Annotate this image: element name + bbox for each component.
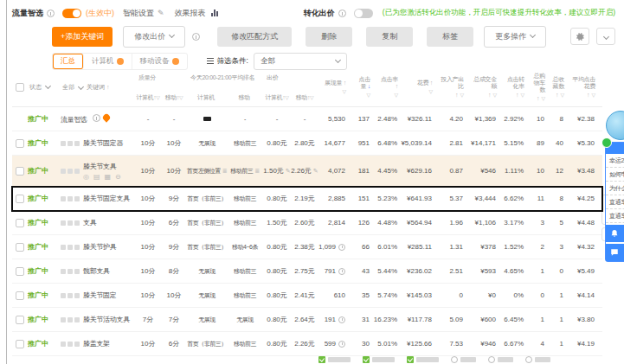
bid-mobile-cell[interactable]: 2.41元✎	[291, 284, 318, 307]
bid-pc-cell[interactable]: 0.80元✎	[263, 187, 291, 210]
pencil-icon[interactable]: ✎	[158, 9, 164, 17]
report-link[interactable]: 效果报表	[175, 8, 206, 19]
view-icon[interactable]: ◎	[83, 174, 89, 181]
subcol-rank-pc[interactable]: 计算机	[187, 93, 225, 102]
faq-item[interactable]: 直通车 广	[606, 195, 624, 209]
sort-up-icon[interactable]: ↑	[106, 84, 110, 90]
impressions-info-icon[interactable]	[338, 244, 345, 251]
column-cpc[interactable]: 平均点击花费↑ ▽	[571, 67, 602, 106]
bid-mobile-cell[interactable]: 2.80元✎	[291, 131, 318, 155]
subcol-bid-mobile[interactable]: 移动↑▽	[291, 93, 318, 102]
bid-pc-cell[interactable]: 1.50元✎	[263, 211, 291, 234]
row-checkbox[interactable]	[16, 167, 24, 176]
keyword-label[interactable]: 膝关节固定	[83, 291, 117, 299]
bid-mobile-cell[interactable]: 2.64元✎	[291, 308, 318, 331]
chart-icon[interactable]: ▦	[105, 174, 112, 181]
collapse-button[interactable]	[596, 28, 615, 45]
faq-item[interactable]: 直通车 广计划?	[606, 209, 624, 223]
bid-pc-cell[interactable]: -✎	[263, 107, 291, 131]
notification-button[interactable]	[606, 225, 624, 242]
tag-button[interactable]: 标签	[427, 27, 473, 47]
keyword-label[interactable]: 膝关节活动支具	[83, 316, 130, 323]
row-checkbox[interactable]	[16, 219, 24, 227]
modify-match-button[interactable]: 修改匹配方式	[217, 27, 292, 47]
legend-item[interactable]	[525, 356, 550, 363]
info-icon[interactable]	[192, 33, 200, 41]
modify-bid-button[interactable]: 修改出价	[123, 26, 185, 48]
faq-item[interactable]: 如何申请图片功能	[606, 168, 624, 182]
row-checkbox[interactable]	[16, 195, 24, 203]
column-cost[interactable]: 花费 ↑▽	[405, 67, 440, 106]
keyword-label[interactable]: 膝关节护具	[83, 243, 117, 251]
keyword-label[interactable]: 流量智选	[61, 116, 87, 124]
bid-mobile-cell[interactable]: 2.75元✎	[291, 259, 318, 283]
legend-item[interactable]	[318, 356, 351, 363]
delete-button[interactable]: 删除	[306, 27, 352, 47]
flow-smart-toggle[interactable]	[62, 9, 81, 18]
bid-mobile-cell[interactable]: 2.26元✎	[291, 332, 318, 355]
row-checkbox[interactable]	[16, 291, 24, 300]
column-fav[interactable]: 总收藏数↑ ▽	[552, 67, 571, 106]
faq-item[interactable]: 为什么 过日期	[606, 182, 624, 195]
row-checkbox[interactable]	[16, 340, 24, 348]
conversion-bid-toggle[interactable]	[354, 9, 373, 18]
column-clicks[interactable]: 点击量 ↓▽	[353, 67, 377, 106]
bid-pc-cell[interactable]: 0.80元✎	[263, 259, 291, 283]
column-all-filter[interactable]: 全部	[62, 83, 83, 92]
impressions-info-icon[interactable]	[338, 268, 345, 275]
subcol-rank-mobile[interactable]: 移动	[225, 93, 263, 102]
keyword-label[interactable]: 支具	[83, 219, 96, 227]
subcol-quality-mobile[interactable]: 移动↑▽	[161, 93, 187, 102]
keyword-label[interactable]: 膝关节固定器	[83, 139, 123, 147]
legend-item[interactable]	[407, 356, 439, 363]
column-ctr[interactable]: 点击率 ↑▽	[377, 67, 405, 106]
bid-pc-cell[interactable]: 0.80元✎	[263, 308, 291, 331]
bid-pc-cell[interactable]: 0.80元✎	[263, 235, 291, 259]
smart-setting-link[interactable]: 智能设置	[123, 8, 154, 19]
faq-item[interactable]: 幸运20-1	[606, 154, 624, 168]
add-keyword-button[interactable]: +添加关键词	[52, 27, 113, 47]
keyword-label[interactable]: 髋部支具	[83, 267, 110, 275]
bid-pc-cell[interactable]: 0.80元✎	[263, 131, 291, 155]
subcol-quality-pc[interactable]: 计算机↑▽	[135, 93, 161, 102]
chart-icon[interactable]	[211, 10, 218, 16]
bid-mobile-cell[interactable]: 2.60元✎	[291, 211, 318, 234]
info-icon[interactable]	[338, 10, 346, 17]
copy-button[interactable]: 复制	[366, 27, 413, 47]
bid-pc-cell[interactable]: 0.80元✎	[263, 332, 291, 355]
panel-icon[interactable]: ▤	[93, 174, 100, 181]
column-keyword[interactable]: 关键词 ↑	[87, 83, 109, 92]
helper-mascot-icon[interactable]	[606, 111, 624, 140]
bid-mobile-cell[interactable]: -✎	[291, 107, 318, 131]
bid-pc-cell[interactable]: 0.80元✎	[263, 284, 291, 307]
column-status[interactable]: 状态	[28, 67, 61, 106]
legend-item[interactable]	[451, 356, 476, 363]
column-impressions[interactable]: 展现量 ↑▽	[318, 67, 353, 106]
remove-icon[interactable]: ⊖	[115, 174, 121, 181]
keyword-label[interactable]: 膝关节支具	[83, 163, 117, 170]
info-icon[interactable]	[47, 10, 55, 17]
column-gmv[interactable]: 总成交金额↑ ▽	[471, 67, 504, 106]
edit-pencil-icon[interactable]: ✎	[286, 168, 291, 175]
keyword-label[interactable]: 膝关节固定支具	[83, 195, 130, 202]
impressions-info-icon[interactable]	[338, 316, 345, 323]
info-icon[interactable]	[93, 114, 100, 122]
subcol-bid-pc[interactable]: 计算机↑▽	[263, 93, 291, 102]
bid-pc-cell[interactable]: 1.50元✎	[263, 156, 291, 186]
more-actions-button[interactable]: 更多操作	[484, 26, 546, 48]
legend-item[interactable]	[488, 356, 513, 363]
column-roi[interactable]: 投入产出比↑ ▽	[440, 67, 471, 106]
keyword-label[interactable]: 膝盖支架	[83, 340, 110, 348]
chat-button[interactable]	[606, 244, 624, 261]
row-checkbox[interactable]	[16, 316, 24, 324]
bid-mobile-cell[interactable]: 2.26元✎	[291, 156, 318, 186]
legend-item[interactable]	[363, 356, 395, 363]
select-all-checkbox[interactable]	[16, 83, 24, 92]
rank-list-icon[interactable]: ≣	[254, 168, 259, 175]
column-cart[interactable]: 总购物车数↑ ▽	[531, 67, 552, 106]
row-checkbox[interactable]	[16, 243, 24, 252]
row-checkbox[interactable]	[16, 139, 24, 148]
impressions-info-icon[interactable]	[338, 341, 345, 348]
column-cvr[interactable]: 点击转化率↑ ▽	[504, 67, 531, 106]
bid-mobile-cell[interactable]: 2.19元✎	[291, 187, 318, 210]
